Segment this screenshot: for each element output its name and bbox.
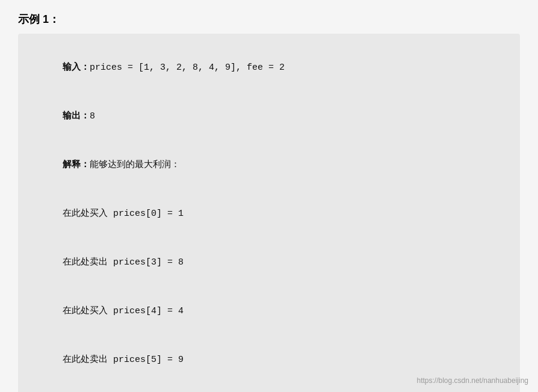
section-1-code-block: 输入：prices = [1, 3, 2, 8, 4, 9], fee = 2 … bbox=[18, 34, 520, 392]
section-1-label-1: 输入： bbox=[63, 63, 90, 73]
section-1-content-6: 在此处买入 prices[4] = 4 bbox=[63, 306, 184, 316]
section-1-label-2: 输出： bbox=[63, 111, 90, 121]
watermark: https://blog.csdn.net/nanhuabeijing bbox=[417, 376, 528, 385]
section-1-line-6: 在此处买入 prices[4] = 4 bbox=[30, 287, 508, 335]
section-1-line-4: 在此处买入 prices[0] = 1 bbox=[30, 189, 508, 238]
section-1-content-2: 8 bbox=[90, 111, 95, 121]
section-1-label-3: 解释： bbox=[63, 160, 90, 170]
section-1: 示例 1： 输入：prices = [1, 3, 2, 8, 4, 9], fe… bbox=[18, 12, 520, 392]
section-1-line-3: 解释：能够达到的最大利润： bbox=[30, 141, 508, 189]
section-1-content-4: 在此处买入 prices[0] = 1 bbox=[63, 209, 184, 219]
section-1-content-1: prices = [1, 3, 2, 8, 4, 9], fee = 2 bbox=[90, 63, 285, 73]
section-1-line-5: 在此处卖出 prices[3] = 8 bbox=[30, 238, 508, 287]
section-1-line-2: 输出：8 bbox=[30, 92, 508, 141]
section-1-line-8: 总利润：((8 - 1) - 2) + ((9 - 4) - 2) = 8 bbox=[30, 384, 508, 392]
section-1-content-7: 在此处卖出 prices[5] = 9 bbox=[63, 355, 184, 365]
section-1-content-5: 在此处卖出 prices[3] = 8 bbox=[63, 257, 184, 268]
section-1-line-1: 输入：prices = [1, 3, 2, 8, 4, 9], fee = 2 bbox=[30, 43, 508, 92]
section-1-title: 示例 1： bbox=[18, 12, 520, 26]
section-1-content-3: 能够达到的最大利润： bbox=[90, 160, 180, 170]
